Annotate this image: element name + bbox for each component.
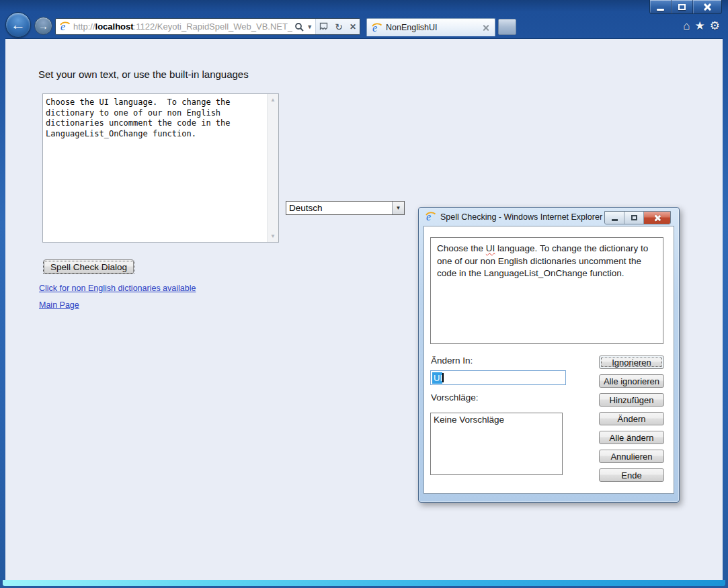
- close-icon: [653, 214, 661, 222]
- tab-nonenglishui[interactable]: e NonEnglishUI: [366, 18, 495, 36]
- spell-check-dialog-button-label: Spell Check Dialog: [43, 261, 134, 274]
- spell-check-dialog: e Spell Checking - Windows Internet Expl…: [418, 207, 680, 503]
- back-arrow-icon: ←: [11, 16, 26, 34]
- browser-chrome: ← → e http://localhost:1122/Keyoti_Rapid…: [0, 0, 728, 38]
- language-select[interactable]: Deutsch ▼: [286, 201, 405, 215]
- cancel-button[interactable]: Annulieren: [599, 450, 664, 463]
- ie-logo-icon: e: [371, 22, 382, 34]
- text-caret: [442, 373, 444, 382]
- suggestions-label: Vorschläge:: [431, 392, 479, 403]
- spell-check-dialog-button[interactable]: Spell Check Dialog: [44, 259, 134, 274]
- dialog-titlebar[interactable]: e Spell Checking - Windows Internet Expl…: [419, 208, 679, 226]
- dialog-title: Spell Checking - Windows Internet Explor…: [440, 212, 602, 222]
- select-dropdown-button[interactable]: ▼: [392, 202, 404, 214]
- back-button[interactable]: ←: [5, 12, 31, 38]
- sample-text-area[interactable]: Choose the UI language. To change the di…: [42, 93, 279, 243]
- forward-button[interactable]: →: [34, 17, 52, 35]
- refresh-icon[interactable]: ↻: [331, 19, 346, 34]
- stop-icon[interactable]: ✕: [346, 19, 360, 34]
- ignore-button[interactable]: Ignorieren: [599, 355, 664, 369]
- browser-toolbar: ⌂ ★ ⚙: [683, 19, 720, 33]
- add-button[interactable]: Hinzufügen: [599, 393, 664, 407]
- tab-title: NonEnglishUI: [386, 23, 482, 32]
- main-page-link[interactable]: Main Page: [39, 300, 79, 310]
- maximize-icon: [631, 215, 637, 220]
- non-english-dictionaries-link[interactable]: Click for non English dictionaries avail…: [39, 284, 196, 293]
- url-text[interactable]: http://localhost:1122/Keyoti_RapidSpell_…: [73, 22, 292, 32]
- ie-logo-icon: e: [59, 21, 71, 32]
- address-dropdown-icon[interactable]: ▼: [306, 24, 315, 30]
- dialog-body: Choose the UI language. To change the di…: [423, 226, 674, 494]
- no-suggestions-text: Keine Vorschläge: [434, 415, 504, 425]
- dialog-close-button[interactable]: [644, 212, 670, 224]
- suggestions-listbox[interactable]: Keine Vorschläge: [430, 413, 563, 475]
- page-title: Set your own text, or use the built-in l…: [38, 69, 249, 80]
- dialog-minimize-button[interactable]: [605, 212, 624, 224]
- scroll-up-icon[interactable]: ▲: [270, 94, 276, 106]
- change-to-label: Ändern In:: [431, 355, 473, 366]
- browser-window: ← → e http://localhost:1122/Keyoti_Rapid…: [0, 0, 728, 588]
- search-icon[interactable]: [292, 19, 306, 34]
- textarea-scrollbar[interactable]: ▲ ▼: [267, 94, 278, 242]
- home-icon[interactable]: ⌂: [683, 19, 690, 33]
- minimize-icon: [612, 219, 618, 221]
- scroll-down-icon[interactable]: ▼: [270, 230, 276, 242]
- tab-close-icon[interactable]: [482, 24, 489, 32]
- dialog-button-column: Ignorieren Alle ignorieren Hinzufügen Än…: [599, 355, 664, 482]
- language-select-value: Deutsch: [286, 203, 392, 213]
- page-content: Set your own text, or use the built-in l…: [5, 38, 723, 580]
- forward-arrow-icon: →: [38, 20, 48, 32]
- dialog-maximize-button[interactable]: [624, 212, 644, 224]
- favorites-star-icon[interactable]: ★: [695, 19, 705, 33]
- address-bar[interactable]: e http://localhost:1122/Keyoti_RapidSpel…: [55, 18, 360, 35]
- settings-gear-icon[interactable]: ⚙: [710, 19, 720, 33]
- selected-text: UI: [432, 372, 442, 384]
- ie-logo-icon: e: [425, 211, 436, 222]
- sample-text: Choose the UI language. To change the di…: [46, 97, 265, 239]
- end-button[interactable]: Ende: [599, 468, 664, 482]
- address-bar-tools: ▼ ↻ ✕: [292, 19, 360, 34]
- new-tab-button[interactable]: [498, 19, 516, 35]
- address-action-cluster: ↻ ✕: [315, 19, 360, 34]
- navigation-bar: ← → e http://localhost:1122/Keyoti_Rapid…: [0, 0, 728, 38]
- spell-context-text[interactable]: Choose the UI language. To change the di…: [430, 237, 663, 344]
- change-all-button[interactable]: Alle ändern: [599, 431, 664, 444]
- ignore-all-button[interactable]: Alle ignorieren: [599, 374, 664, 388]
- dialog-window-controls: [604, 211, 671, 224]
- misspelled-word: UI: [486, 243, 495, 253]
- compatibility-view-icon[interactable]: [316, 19, 331, 34]
- change-button[interactable]: Ändern: [599, 412, 664, 425]
- change-to-input[interactable]: UI: [430, 370, 566, 385]
- window-bottom-edge: [3, 580, 725, 586]
- chevron-down-icon: ▼: [396, 205, 401, 211]
